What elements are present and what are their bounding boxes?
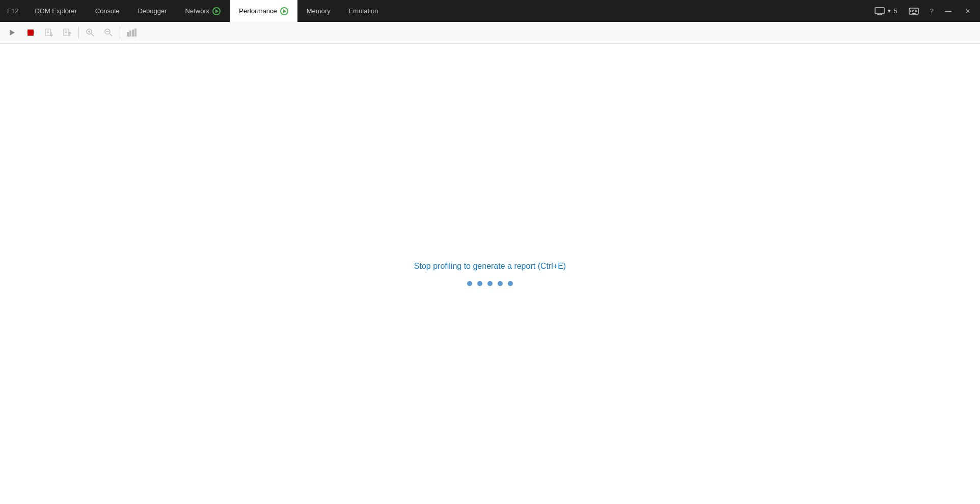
svg-rect-35: [134, 29, 137, 36]
svg-marker-15: [10, 30, 15, 36]
help-button[interactable]: ?: [925, 0, 939, 22]
tab-console-label: Console: [95, 7, 120, 15]
dot-3: [487, 281, 493, 286]
dot-2: [477, 281, 482, 286]
tab-dom-explorer[interactable]: DOM Explorer: [25, 0, 86, 22]
monitor-icon: [875, 7, 885, 15]
toolbar: [0, 22, 980, 44]
svg-rect-34: [132, 30, 134, 36]
stop-icon: [27, 29, 34, 36]
clear-button[interactable]: [123, 24, 140, 41]
tab-debugger[interactable]: Debugger: [128, 0, 176, 22]
clear-icon: [126, 28, 137, 37]
tab-memory-label: Memory: [307, 7, 331, 15]
minimize-button[interactable]: —: [940, 0, 957, 22]
keyboard-icon: [909, 7, 919, 15]
tab-dom-explorer-label: DOM Explorer: [35, 7, 76, 15]
dot-4: [498, 281, 503, 286]
export-button[interactable]: [59, 24, 75, 41]
import-icon: [44, 28, 53, 37]
top-bar: F12 DOM Explorer Console Debugger Networ…: [0, 0, 980, 22]
stop-button[interactable]: [22, 24, 39, 41]
tab-performance-label: Performance: [239, 7, 277, 15]
svg-rect-32: [127, 32, 129, 36]
play-icon: [9, 29, 16, 36]
monitor-button[interactable]: ▼ 5: [869, 0, 903, 22]
tab-emulation[interactable]: Emulation: [340, 0, 388, 22]
monitor-icon-group: ▼ 5: [875, 7, 897, 15]
tab-performance[interactable]: Performance: [230, 0, 297, 22]
zoom-out-button[interactable]: [100, 24, 117, 41]
tab-emulation-label: Emulation: [349, 7, 378, 15]
zoom-out-icon: [104, 28, 113, 37]
toolbar-separator-1: [78, 26, 79, 39]
svg-rect-16: [28, 30, 34, 36]
monitor-count: 5: [894, 7, 897, 15]
monitor-dropdown-icon: ▼: [887, 8, 892, 14]
stop-profiling-text: Stop profiling to generate a report (Ctr…: [414, 262, 566, 271]
zoom-in-icon: [86, 28, 95, 37]
tab-network[interactable]: Network: [176, 0, 230, 22]
tab-memory[interactable]: Memory: [297, 0, 340, 22]
svg-line-30: [110, 34, 112, 36]
close-icon: ✕: [965, 8, 970, 15]
import-button[interactable]: [41, 24, 57, 41]
f12-label: F12: [0, 0, 25, 22]
toolbar-separator-2: [120, 26, 120, 39]
loading-dots: [467, 281, 513, 286]
tab-console[interactable]: Console: [86, 0, 129, 22]
svg-rect-0: [875, 8, 884, 14]
top-bar-right: ▼ 5 ? — ✕: [869, 0, 980, 22]
zoom-in-button[interactable]: [82, 24, 98, 41]
close-button[interactable]: ✕: [958, 0, 978, 22]
top-bar-left: F12 DOM Explorer Console Debugger Networ…: [0, 0, 869, 22]
minimize-icon: —: [945, 7, 951, 15]
main-content: Stop profiling to generate a report (Ctr…: [0, 44, 980, 504]
dot-1: [467, 281, 472, 286]
tab-network-label: Network: [185, 7, 210, 15]
play-button[interactable]: [4, 24, 20, 41]
svg-rect-33: [129, 31, 131, 36]
performance-play-icon: [280, 7, 288, 15]
keyboard-button[interactable]: [904, 0, 924, 22]
svg-line-26: [91, 34, 94, 36]
dot-5: [508, 281, 513, 286]
network-play-icon: [212, 7, 221, 15]
tab-debugger-label: Debugger: [138, 7, 167, 15]
help-label: ?: [930, 7, 934, 15]
export-icon: [63, 28, 72, 37]
